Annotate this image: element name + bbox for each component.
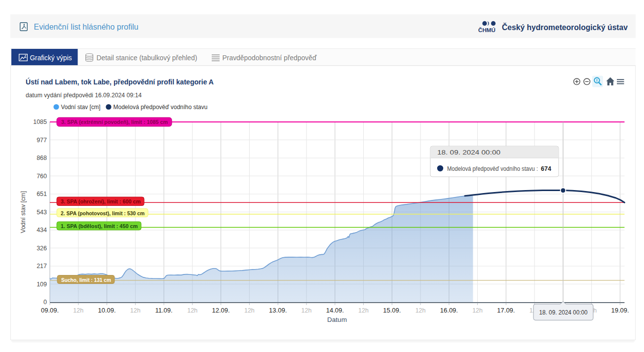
svg-text:14.09.: 14.09. — [326, 307, 344, 314]
svg-text:Grafický výpis: Grafický výpis — [30, 54, 72, 62]
svg-text:543: 543 — [37, 209, 47, 216]
svg-text:434: 434 — [37, 227, 47, 234]
svg-text:16.09.: 16.09. — [440, 307, 458, 314]
svg-text:Evidenční list hlásného profil: Evidenční list hlásného profilu — [34, 22, 139, 32]
svg-text:11.09.: 11.09. — [155, 307, 173, 314]
svg-text:0: 0 — [43, 299, 47, 306]
svg-text:674: 674 — [541, 165, 551, 172]
svg-text:12h: 12h — [73, 307, 83, 314]
svg-text:ČHMÚ: ČHMÚ — [478, 27, 495, 33]
svg-text:217: 217 — [37, 263, 47, 270]
svg-text:12h: 12h — [187, 307, 197, 314]
svg-text:2. SPA (pohotovost), limit : 5: 2. SPA (pohotovost), limit : 530 cm — [61, 210, 145, 216]
svg-text:977: 977 — [37, 137, 47, 144]
svg-text:12h: 12h — [416, 307, 426, 314]
svg-text:3. SPA (ohrožení), limit : 600: 3. SPA (ohrožení), limit : 600 cm — [61, 198, 141, 204]
svg-text:12h: 12h — [358, 307, 369, 314]
svg-text:18. 09. 2024 00:00: 18. 09. 2024 00:00 — [437, 149, 500, 156]
svg-text:Modelová předpověď vodního sta: Modelová předpověď vodního stavu : — [447, 165, 538, 172]
svg-text:17.09.: 17.09. — [497, 307, 515, 314]
svg-text:Modelová předpověď vodního sta: Modelová předpověď vodního stavu — [114, 103, 208, 111]
svg-text:Datum: Datum — [327, 316, 347, 323]
svg-text:326: 326 — [37, 245, 47, 252]
svg-text:651: 651 — [37, 191, 47, 197]
svg-text:10.09.: 10.09. — [98, 307, 116, 314]
svg-text:109: 109 — [37, 281, 47, 288]
svg-text:12.09.: 12.09. — [212, 307, 230, 314]
svg-text:868: 868 — [37, 155, 47, 161]
svg-text:Český hydrometeorologický ústa: Český hydrometeorologický ústav — [502, 23, 628, 32]
svg-text:12h: 12h — [244, 307, 255, 314]
svg-text:13.09.: 13.09. — [269, 307, 287, 314]
svg-text:1. SPA (bdělost), limit : 450: 1. SPA (bdělost), limit : 450 cm — [61, 223, 138, 229]
svg-text:12h: 12h — [130, 307, 141, 314]
svg-text:Pravděpodobnostní předpověď: Pravděpodobnostní předpověď — [223, 54, 317, 62]
svg-text:datum vydání předpovědi 16.09.: datum vydání předpovědi 16.09.2024 09:14 — [26, 91, 142, 99]
svg-text:Detail stanice (tabulkový přeh: Detail stanice (tabulkový přehled) — [97, 54, 197, 62]
svg-text:1085: 1085 — [33, 118, 47, 125]
svg-text:3. SPA (extrémní povodeň), lim: 3. SPA (extrémní povodeň), limit : 1085 … — [61, 119, 168, 125]
svg-text:18. 09. 2024 00:00: 18. 09. 2024 00:00 — [539, 309, 588, 316]
svg-text:15.09.: 15.09. — [383, 307, 401, 314]
svg-text:09.09.: 09.09. — [41, 307, 59, 314]
svg-text:12h: 12h — [302, 307, 312, 314]
svg-text:760: 760 — [37, 173, 47, 180]
svg-text:Vodní stav [cm]: Vodní stav [cm] — [20, 191, 27, 233]
svg-text:Sucho, limit : 131 cm: Sucho, limit : 131 cm — [61, 277, 111, 283]
svg-text:Ústí nad Labem, tok Labe, před: Ústí nad Labem, tok Labe, předpovědní pr… — [26, 78, 214, 86]
svg-text:19.09.: 19.09. — [611, 307, 629, 314]
svg-text:Vodní stav [cm]: Vodní stav [cm] — [61, 103, 101, 111]
svg-text:12h: 12h — [472, 307, 483, 314]
